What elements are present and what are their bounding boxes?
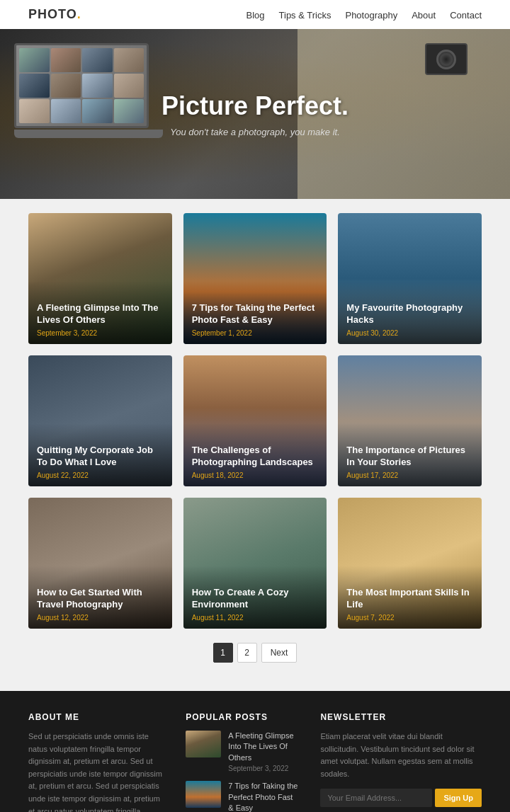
card-date: August 11, 2022 [192, 614, 319, 622]
card-card-8[interactable]: How To Create A Cozy Environment August … [183, 498, 327, 629]
popular-post-1-info: A Fleeting Glimpse Into The Lives Of Oth… [228, 731, 299, 772]
card-card-7[interactable]: How to Get Started With Travel Photograp… [28, 498, 172, 629]
card-title: Quitting My Corporate Job To Do What I L… [37, 445, 164, 469]
card-card-3[interactable]: My Favourite Photography Hacks August 30… [338, 213, 482, 344]
laptop-thumb [82, 99, 113, 123]
hero-title: Picture Perfect. [162, 91, 348, 121]
hero-camera-decoration [425, 43, 468, 75]
nav-photography[interactable]: Photography [345, 10, 397, 21]
card-title: A Fleeting Glimpse Into The Lives Of Oth… [37, 302, 164, 326]
next-page-button[interactable]: Next [261, 643, 298, 663]
card-title: 7 Tips for Taking the Perfect Photo Fast… [192, 302, 319, 326]
laptop-thumb [51, 99, 81, 123]
camera-lens [436, 50, 456, 69]
laptop-thumb [51, 48, 81, 72]
footer-popular-heading: Popular Posts [186, 712, 299, 722]
card-date: August 12, 2022 [37, 614, 164, 622]
nav-links: Blog Tips & Tricks Photography About Con… [246, 9, 482, 21]
laptop-screen [14, 43, 149, 128]
card-overlay: The Importance of Pictures In Your Stori… [338, 423, 482, 486]
card-overlay: How To Create A Cozy Environment August … [183, 566, 327, 629]
card-date: August 22, 2022 [37, 471, 164, 479]
laptop-thumb [19, 74, 50, 98]
card-card-2[interactable]: 7 Tips for Taking the Perfect Photo Fast… [183, 213, 327, 344]
popular-post-1[interactable]: A Fleeting Glimpse Into The Lives Of Oth… [186, 731, 299, 772]
nav-about[interactable]: About [412, 10, 436, 21]
nav-blog[interactable]: Blog [246, 10, 265, 21]
card-date: September 3, 2022 [37, 329, 164, 337]
card-card-4[interactable]: Quitting My Corporate Job To Do What I L… [28, 355, 172, 486]
card-date: August 18, 2022 [192, 471, 319, 479]
hero-section: Picture Perfect. You don't take a photog… [0, 29, 510, 199]
laptop-thumb [82, 48, 113, 72]
popular-post-2-info: 7 Tips for Taking the Perfect Photo Fast… [228, 781, 299, 812]
pagination: 1 2 Next [28, 629, 482, 677]
footer-about-text: Sed ut perspiciatis unde omnis iste natu… [28, 731, 164, 812]
card-date: August 30, 2022 [346, 329, 473, 337]
footer-newsletter-text: Etiam placerat velit vitae dui blandit s… [320, 731, 482, 780]
card-card-5[interactable]: The Challenges of Photographing Landscap… [183, 355, 327, 486]
popular-post-1-date: September 3, 2022 [228, 765, 299, 772]
newsletter-signup-button[interactable]: Sign Up [435, 789, 482, 807]
footer: About Me Sed ut perspiciatis unde omnis … [0, 691, 510, 812]
newsletter-form: Sign Up [320, 789, 482, 807]
card-overlay: My Favourite Photography Hacks August 30… [338, 281, 482, 344]
popular-post-2-image [186, 781, 221, 808]
card-overlay: 7 Tips for Taking the Perfect Photo Fast… [183, 281, 327, 344]
card-title: The Importance of Pictures In Your Stori… [346, 445, 473, 469]
card-date: August 7, 2022 [346, 614, 473, 622]
page-1-button[interactable]: 1 [213, 643, 233, 663]
footer-newsletter: Newsletter Etiam placerat velit vitae du… [320, 712, 482, 812]
card-card-6[interactable]: The Importance of Pictures In Your Stori… [338, 355, 482, 486]
site-logo[interactable]: PHOTO. [28, 7, 81, 22]
popular-post-2[interactable]: 7 Tips for Taking the Perfect Photo Fast… [186, 781, 299, 812]
card-title: How To Create A Cozy Environment [192, 587, 319, 611]
popular-post-1-image [186, 731, 221, 757]
card-overlay: How to Get Started With Travel Photograp… [28, 566, 172, 629]
card-card-1[interactable]: A Fleeting Glimpse Into The Lives Of Oth… [28, 213, 172, 344]
hero-text-block: Picture Perfect. You don't take a photog… [162, 91, 348, 137]
laptop-thumb [19, 99, 50, 123]
footer-popular: Popular Posts A Fleeting Glimpse Into Th… [186, 712, 299, 812]
card-date: September 1, 2022 [192, 329, 319, 337]
card-overlay: A Fleeting Glimpse Into The Lives Of Oth… [28, 281, 172, 344]
newsletter-email-input[interactable] [320, 789, 432, 807]
popular-post-1-title: A Fleeting Glimpse Into The Lives Of Oth… [228, 731, 299, 763]
footer-about-heading: About Me [28, 712, 164, 722]
card-date: August 17, 2022 [346, 471, 473, 479]
laptop-thumb [82, 74, 113, 98]
card-title: How to Get Started With Travel Photograp… [37, 587, 164, 611]
hero-laptop-decoration [14, 43, 177, 156]
card-title: The Challenges of Photographing Landscap… [192, 445, 319, 469]
nav-tips[interactable]: Tips & Tricks [279, 10, 332, 21]
laptop-thumb [114, 74, 144, 98]
laptop-thumb [19, 48, 50, 72]
footer-grid: About Me Sed ut perspiciatis unde omnis … [28, 712, 482, 812]
laptop-thumb [114, 48, 144, 72]
cards-grid: A Fleeting Glimpse Into The Lives Of Oth… [28, 213, 482, 629]
laptop-base [14, 130, 163, 138]
card-overlay: Quitting My Corporate Job To Do What I L… [28, 423, 172, 486]
card-title: My Favourite Photography Hacks [346, 302, 473, 326]
card-overlay: The Most Important Skills In Life August… [338, 566, 482, 629]
footer-newsletter-heading: Newsletter [320, 712, 482, 722]
popular-post-2-title: 7 Tips for Taking the Perfect Photo Fast… [228, 781, 299, 812]
card-card-9[interactable]: The Most Important Skills In Life August… [338, 498, 482, 629]
card-title: The Most Important Skills In Life [346, 587, 473, 611]
card-overlay: The Challenges of Photographing Landscap… [183, 423, 327, 486]
hero-subtitle: You don't take a photograph, you make it… [162, 127, 348, 137]
navbar: PHOTO. Blog Tips & Tricks Photography Ab… [0, 0, 510, 29]
laptop-thumb [51, 74, 81, 98]
footer-about: About Me Sed ut perspiciatis unde omnis … [28, 712, 164, 812]
main-content: A Fleeting Glimpse Into The Lives Of Oth… [0, 199, 510, 691]
laptop-thumb [114, 99, 144, 123]
nav-contact[interactable]: Contact [450, 10, 482, 21]
page-2-button[interactable]: 2 [237, 643, 257, 663]
